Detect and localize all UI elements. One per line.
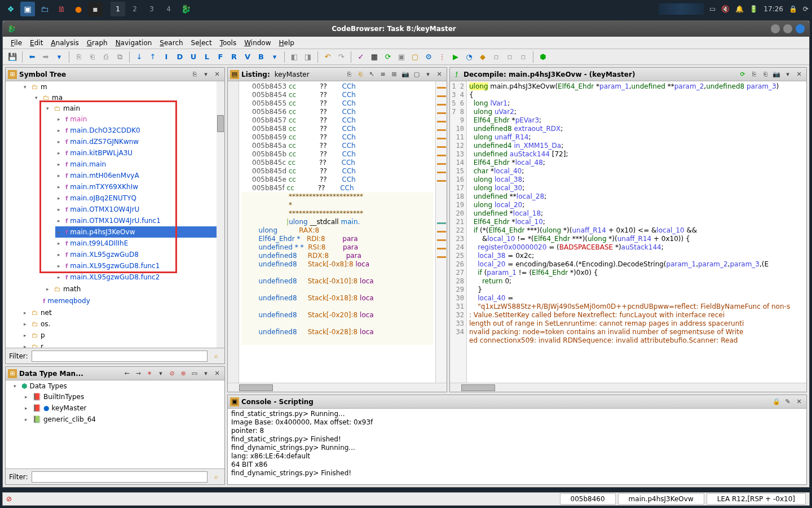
- tool-a[interactable]: ▫: [490, 51, 502, 63]
- dtm-t3[interactable]: ⊘: [167, 369, 177, 379]
- console-icon[interactable]: ▣: [395, 51, 408, 63]
- symtree-close[interactable]: ✕: [212, 69, 222, 80]
- symbol-tree[interactable]: ▾🗀m ▾🗀ma ▾🗀main ▸fmain▸fmain.DchO32CDDK0…: [6, 81, 224, 348]
- symtree-filter-icon[interactable]: ⌕: [211, 351, 221, 361]
- save-icon[interactable]: 💾: [6, 51, 19, 63]
- menu-navigation[interactable]: Navigation: [112, 38, 156, 48]
- undo-icon[interactable]: ↶: [321, 51, 334, 63]
- symtree-item-6[interactable]: ▸fmain.mTXY69XKhIw: [55, 181, 224, 192]
- letter-b[interactable]: B: [255, 51, 267, 63]
- listing-t4[interactable]: ⊞: [389, 69, 399, 80]
- up-arrow-icon[interactable]: ↑: [147, 51, 159, 63]
- down-arrow-icon[interactable]: ↓: [133, 51, 145, 63]
- letter-l[interactable]: L: [201, 51, 213, 63]
- symtree-item-4[interactable]: ▸fmain.main: [55, 159, 224, 170]
- tray-power-icon[interactable]: ⟳: [803, 5, 809, 13]
- symtree-item-0[interactable]: ▸fmain: [55, 113, 224, 125]
- symtree-item-7[interactable]: ▸fmain.oJBq2ENUTYQ: [55, 192, 224, 204]
- letter-i[interactable]: I: [160, 51, 173, 63]
- menu-select[interactable]: Select: [188, 38, 215, 48]
- editor-icon[interactable]: 🗎: [54, 2, 69, 16]
- grid-icon[interactable]: ▦: [368, 51, 381, 63]
- script-icon[interactable]: ⬢: [537, 51, 549, 63]
- dtm-close[interactable]: ✕: [212, 369, 222, 379]
- play-icon[interactable]: ▶: [449, 51, 462, 63]
- gear-icon[interactable]: ⚙: [422, 51, 435, 63]
- tray-volume-icon[interactable]: 🔇: [721, 5, 730, 13]
- symtree-scrollbar[interactable]: [217, 81, 224, 348]
- symtree-item-8[interactable]: ▸fmain.OTMX1OW4JrU: [55, 204, 224, 215]
- maximize-button[interactable]: [783, 24, 792, 33]
- decomp-close[interactable]: ✕: [794, 69, 804, 80]
- dtm-t5[interactable]: ▭: [189, 369, 200, 379]
- listing-t2[interactable]: ⎗: [355, 69, 365, 80]
- symtree-item-5[interactable]: ▸fmain.mtH06enMvyA: [55, 170, 224, 181]
- firefox-icon[interactable]: ●: [71, 2, 86, 16]
- letter-r[interactable]: R: [228, 51, 240, 63]
- console-close[interactable]: ✕: [794, 397, 804, 407]
- refresh-icon[interactable]: ⟳: [382, 51, 394, 63]
- dtm-t4[interactable]: ⊗: [178, 369, 188, 379]
- nav-dropdown-icon[interactable]: ▾: [53, 51, 65, 63]
- menu-graph[interactable]: Graph: [83, 38, 111, 48]
- symtree-item-12[interactable]: ▸fmain.XL95gzwGuD8: [55, 249, 224, 260]
- workspace-2[interactable]: 2: [127, 2, 142, 16]
- kali-menu-icon[interactable]: ❖: [3, 2, 18, 16]
- tool-dup[interactable]: ⧉: [113, 51, 126, 63]
- pie-icon[interactable]: ◔: [463, 51, 475, 63]
- tool-paste[interactable]: ⎗: [86, 51, 99, 63]
- menu-window[interactable]: Window: [241, 38, 274, 48]
- console-clear-icon[interactable]: ✎: [783, 397, 793, 407]
- dtm-filter-icon[interactable]: ⌕: [211, 472, 221, 482]
- symtree-item-14[interactable]: ▸fmain.XL95gzwGuD8.func2: [55, 271, 224, 283]
- dtm-t6[interactable]: ▾: [201, 369, 211, 379]
- dtm-back[interactable]: ←: [122, 369, 132, 379]
- letter-d[interactable]: D: [174, 51, 186, 63]
- workspace-4[interactable]: 4: [161, 2, 176, 16]
- menu-help[interactable]: Help: [276, 38, 298, 48]
- dtm-tree[interactable]: ▾⬢Data Types ▸📕BuiltInTypes ▸📕●keyMaster…: [6, 380, 224, 468]
- symtree-item-1[interactable]: ▸fmain.DchO32CDDK0: [55, 125, 224, 136]
- forward-icon[interactable]: ➡: [39, 51, 52, 63]
- menu-edit[interactable]: Edit: [27, 38, 46, 48]
- listing-t5[interactable]: ▢: [412, 69, 422, 80]
- tool-clip[interactable]: ⎙: [100, 51, 112, 63]
- menu-file[interactable]: File: [7, 38, 25, 48]
- close-button[interactable]: [796, 24, 805, 33]
- menu-tools[interactable]: Tools: [217, 38, 240, 48]
- symtree-item-13[interactable]: ▸fmain.XL95gzwGuD8.func1: [55, 260, 224, 271]
- listing-t3[interactable]: ≡: [378, 69, 388, 80]
- console-body[interactable]: find_static_strings.py> Running...Image …: [228, 409, 806, 484]
- shell-icon[interactable]: ▪: [88, 2, 103, 16]
- status-icon[interactable]: ⊘: [6, 495, 12, 503]
- titlebar[interactable]: 🐉 CodeBrowser: Task 8:/keyMaster: [3, 21, 809, 37]
- dtm-t2[interactable]: ▾: [156, 369, 166, 379]
- decomp-hscroll[interactable]: [450, 383, 806, 392]
- dots-icon[interactable]: ⋮: [436, 51, 448, 63]
- symtree-item-11[interactable]: ▸fmain.t99L4DIlIhE: [55, 238, 224, 249]
- listing-content[interactable]: 005b8453 cc ?? CCh 005b8454 cc ?? CCh 00…: [239, 81, 435, 383]
- decomp-camera-icon[interactable]: 📷: [771, 69, 782, 80]
- checkmark-icon[interactable]: ✓: [355, 51, 367, 63]
- symtree-item-2[interactable]: ▸fmain.dZS7GJNKwnw: [55, 136, 224, 147]
- box-icon[interactable]: ▢: [409, 51, 421, 63]
- listing-camera-icon[interactable]: 📷: [400, 69, 411, 80]
- menu-analysis[interactable]: Analysis: [47, 38, 82, 48]
- listing-close[interactable]: ✕: [434, 69, 444, 80]
- listing-t1[interactable]: ⎘: [344, 69, 354, 80]
- symtree-tool1[interactable]: ⎘: [189, 69, 200, 80]
- tool-misc1[interactable]: ◧: [288, 51, 301, 63]
- symtree-tool2[interactable]: ▾: [201, 69, 211, 80]
- tool-misc2[interactable]: ◨: [302, 51, 314, 63]
- symtree-filter-input[interactable]: [32, 351, 208, 362]
- symtree-item-9[interactable]: ▸fmain.OTMX1OW4JrU.func1: [55, 215, 224, 226]
- redo-icon[interactable]: ↷: [335, 51, 347, 63]
- listing-cursor-icon[interactable]: ↖: [367, 69, 377, 80]
- dtm-fwd[interactable]: →: [133, 369, 143, 379]
- tray-display-icon[interactable]: ▭: [709, 5, 716, 13]
- terminal-icon[interactable]: ▣: [20, 2, 35, 16]
- listing-menu[interactable]: ▾: [423, 69, 433, 80]
- diamond-icon[interactable]: ◆: [476, 51, 489, 63]
- symtree-item-3[interactable]: ▸fmain.kitBPWLjA3U: [55, 147, 224, 159]
- back-icon[interactable]: ⬅: [26, 51, 38, 63]
